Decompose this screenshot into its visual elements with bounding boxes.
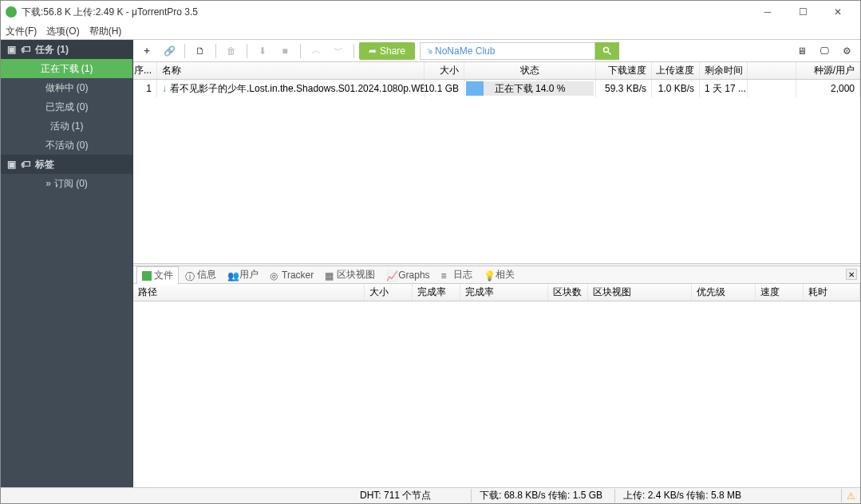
warning-icon[interactable]: ⚠: [847, 490, 855, 502]
svg-point-0: [604, 47, 609, 52]
col-remain[interactable]: 剩余时间: [700, 62, 748, 79]
move-down-button[interactable]: ﹀: [328, 41, 349, 61]
tab-files[interactable]: 文件: [136, 266, 179, 285]
sidebar-item-completed[interactable]: 已完成 (0): [1, 97, 132, 116]
dcol-priority[interactable]: 优先级: [692, 284, 756, 301]
target-icon: ◎: [270, 270, 279, 280]
torrent-name: 看不见影子的少年.Lost.in.the.Shadows.S01.2024.10…: [170, 82, 425, 96]
dcol-path[interactable]: 路径: [133, 284, 365, 301]
collapse-icon: ▣: [7, 159, 16, 170]
sidebar-tags-header[interactable]: ▣ 🏷 标签: [1, 155, 132, 174]
status-download: 下载: 68.8 KB/s 传输: 1.5 GB: [472, 489, 615, 502]
col-seeds[interactable]: 种源/用户: [796, 62, 860, 79]
butterfly-icon: ঌ: [427, 45, 432, 57]
sidebar-item-feeds[interactable]: » 订阅 (0): [1, 174, 132, 193]
add-url-button[interactable]: 🔗: [159, 41, 180, 61]
titlebar: 下载:56.8 K 上传:2.49 K - μTorrentPro 3.5 ─ …: [1, 1, 860, 23]
app-logo-icon: [6, 6, 17, 18]
grid-icon: ▦: [325, 270, 334, 280]
delete-button[interactable]: 🗑: [221, 41, 242, 61]
maximize-button[interactable]: ☐: [785, 1, 820, 23]
dcol-elapsed[interactable]: 耗时: [804, 284, 860, 301]
dcol-done[interactable]: 完成率: [460, 284, 548, 301]
table-row[interactable]: 1 ↓ 看不见影子的少年.Lost.in.the.Shadows.S01.202…: [133, 80, 860, 97]
remote-button[interactable]: 🖵: [814, 41, 835, 61]
progress-bar: 正在下载 14.0 %: [466, 81, 594, 96]
status-dht: DHT: 711 个节点: [352, 489, 472, 502]
tab-related[interactable]: 💡相关: [479, 266, 519, 283]
add-torrent-button[interactable]: ＋: [136, 41, 157, 61]
statusbar: DHT: 711 个节点 下载: 68.8 KB/s 传输: 1.5 GB 上传…: [1, 487, 860, 503]
col-dspeed[interactable]: 下载速度: [596, 62, 652, 79]
minimize-button[interactable]: ─: [750, 1, 785, 23]
col-name[interactable]: 名称: [157, 62, 425, 79]
col-status[interactable]: 状态: [464, 62, 596, 79]
search-button[interactable]: [595, 42, 619, 60]
search-provider[interactable]: ঌ NoNaMe Club: [420, 42, 595, 60]
sidebar-tasks-header[interactable]: ▣ 🏷 任务 (1): [1, 40, 132, 59]
sidebar-item-active[interactable]: 活动 (1): [1, 116, 132, 136]
dcol-speed[interactable]: 速度: [756, 284, 804, 301]
window-title: 下载:56.8 K 上传:2.49 K - μTorrentPro 3.5: [22, 6, 750, 19]
files-list[interactable]: [133, 301, 860, 487]
bulb-icon: 💡: [484, 270, 493, 280]
sidebar-item-downloading[interactable]: 正在下载 (1): [1, 59, 132, 78]
tab-info[interactable]: ⓘ信息: [180, 266, 221, 283]
info-icon: ⓘ: [185, 270, 195, 280]
sidebar-item-seeding[interactable]: 做种中 (0): [1, 78, 132, 97]
svg-line-1: [609, 52, 611, 54]
torrent-list-header: 序... 名称 大小 状态 下载速度 上传速度 剩余时间 种源/用户: [133, 62, 860, 80]
graph-icon: 📈: [386, 270, 396, 280]
create-torrent-button[interactable]: 🗋: [190, 41, 211, 61]
status-upload: 上传: 2.4 KB/s 传输: 5.8 MB: [615, 489, 842, 502]
torrent-list[interactable]: 1 ↓ 看不见影子的少年.Lost.in.the.Shadows.S01.202…: [133, 80, 860, 263]
detail-tabs: 文件 ⓘ信息 👥用户 ◎Tracker ▦区块视图 📈Graphs ≡日志 💡相…: [133, 266, 860, 284]
files-list-header: 路径 大小 完成率 完成率 区块数 区块视图 优先级 速度 耗时: [133, 284, 860, 301]
download-arrow-icon: ↓: [162, 83, 167, 94]
collapse-icon: ▣: [7, 44, 16, 55]
toolbar: ＋ 🔗 🗋 🗑 ⬇ ■ ︿ ﹀ ➦ Share ঌ: [133, 40, 860, 62]
stop-button[interactable]: ■: [274, 41, 295, 61]
devices-button[interactable]: 🖥: [792, 41, 812, 61]
dcol-piecebar[interactable]: 区块视图: [588, 284, 692, 301]
settings-button[interactable]: ⚙: [836, 41, 857, 61]
col-number[interactable]: 序...: [133, 62, 157, 79]
dcol-pieces[interactable]: 区块数: [548, 284, 588, 301]
rss-icon: »: [45, 178, 51, 189]
sidebar-item-inactive[interactable]: 不活动 (0): [1, 136, 132, 155]
sidebar: ▣ 🏷 任务 (1) 正在下载 (1) 做种中 (0) 已完成 (0) 活动 (…: [1, 40, 133, 487]
tab-trackers[interactable]: ◎Tracker: [265, 268, 318, 282]
tab-pieces[interactable]: ▦区块视图: [320, 266, 380, 283]
move-up-button[interactable]: ︿: [306, 41, 326, 61]
share-icon: ➦: [369, 45, 377, 57]
start-button[interactable]: ⬇: [252, 41, 273, 61]
menu-help[interactable]: 帮助(H): [89, 25, 122, 38]
app-window: 下载:56.8 K 上传:2.49 K - μTorrentPro 3.5 ─ …: [0, 0, 861, 504]
menu-options[interactable]: 选项(O): [46, 25, 79, 38]
col-uspeed[interactable]: 上传速度: [652, 62, 700, 79]
menubar: 文件(F) 选项(O) 帮助(H): [1, 23, 860, 39]
menu-file[interactable]: 文件(F): [6, 25, 37, 38]
folder-icon: [142, 271, 152, 281]
share-button[interactable]: ➦ Share: [359, 42, 415, 60]
tab-log[interactable]: ≡日志: [436, 266, 477, 283]
dcol-done-pct[interactable]: 完成率: [413, 284, 460, 301]
dcol-size[interactable]: 大小: [365, 284, 413, 301]
col-size[interactable]: 大小: [425, 62, 464, 79]
list-icon: ≡: [441, 270, 451, 280]
detail-close-button[interactable]: ✕: [846, 269, 857, 280]
tag-icon: 🏷: [21, 159, 30, 170]
users-icon: 👥: [227, 270, 237, 280]
tab-peers[interactable]: 👥用户: [223, 266, 263, 283]
close-button[interactable]: ✕: [820, 1, 855, 23]
tab-graphs[interactable]: 📈Graphs: [381, 268, 434, 282]
tag-icon: 🏷: [21, 44, 30, 55]
search-icon: [602, 46, 612, 56]
